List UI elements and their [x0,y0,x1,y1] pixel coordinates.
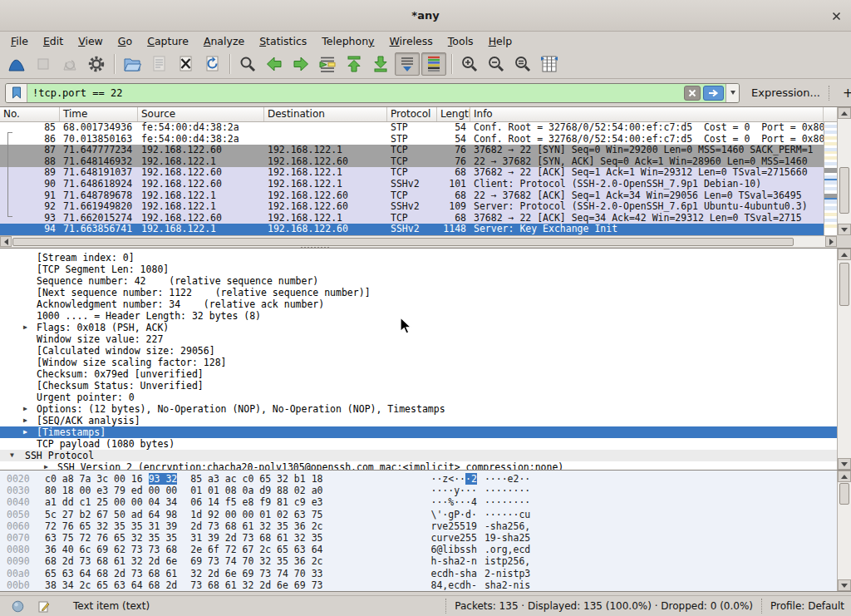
hex-row-0050[interactable]: 00505c 27 b2 67 50 ad 64 981d 92 00 00 0… [0,509,837,520]
intelligent-scrollbar-minimap[interactable] [824,122,837,235]
packet-row-85[interactable]: 8568.001734936fe:54:00:d4:38:2aSTP54Conf… [0,122,824,134]
collapsed-arrow-icon[interactable]: ▶ [23,426,27,438]
hex-row-0030[interactable]: 003080 18 00 e3 79 ed 00 0001 01 08 0a d… [0,485,837,496]
capture-options-button[interactable] [84,52,109,76]
scroll-up-button[interactable] [838,471,851,482]
packet-row-93[interactable]: 9371.662015274192.168.122.60192.168.122.… [0,213,824,224]
details-vscrollbar[interactable] [837,249,851,470]
detail-row[interactable]: ▶Flags: 0x018 (PSH, ACK) [0,322,837,333]
hex-row-00b0[interactable]: 00b038 34 2c 65 63 64 68 2d73 68 61 32 2… [0,579,837,591]
detail-row[interactable]: ▶[SEQ/ACK analysis] [0,415,837,426]
profile-text[interactable]: Profile: Default [770,600,844,612]
go-back-button[interactable] [262,52,287,76]
scroll-left-button[interactable] [0,236,12,247]
menu-capture[interactable]: Capture [140,33,196,49]
packet-row-86[interactable]: 8670.013850163fe:54:00:d4:38:2aSTP54Conf… [0,134,824,145]
packet-list-vscrollbar[interactable] [837,107,851,235]
column-header-time[interactable]: Time [60,107,138,121]
save-file-button[interactable] [146,52,171,76]
column-header-protocol[interactable]: Protocol [387,107,437,121]
filter-history-dropdown[interactable] [726,84,739,102]
collapsed-arrow-icon[interactable]: ▶ [44,461,48,471]
go-to-top-button[interactable] [342,52,366,76]
scroll-down-button[interactable] [838,224,851,235]
display-filter-input[interactable] [27,87,683,99]
menu-view[interactable]: View [71,33,111,49]
close-button[interactable] [829,9,843,22]
menu-go[interactable]: Go [111,33,140,49]
hex-row-0080[interactable]: 008036 40 6c 69 62 73 73 682e 6f 72 67 2… [0,544,837,555]
packet-row-87[interactable]: 8771.647777234192.168.122.60192.168.122.… [0,145,824,156]
scroll-down-button[interactable] [838,579,851,591]
detail-row[interactable]: ▶Options: (12 bytes), No-Operation (NOP)… [0,403,837,415]
hex-row-0040[interactable]: 0040a1 dd c1 25 00 00 04 3406 14 f5 e8 f… [0,496,837,508]
column-header-destination[interactable]: Destination [264,107,387,121]
detail-row[interactable]: ▶SSH Version 2 (encryption:chacha20-poly… [0,461,837,471]
hex-row-0070[interactable]: 007063 75 72 76 65 32 35 3531 39 2d 73 6… [0,532,837,544]
menu-statistics[interactable]: Statistics [252,33,314,49]
hex-row-0090[interactable]: 009068 2d 73 68 61 32 2d 6e69 73 74 70 3… [0,555,837,567]
colorize-button[interactable] [421,52,446,76]
bytes-vscrollbar[interactable] [837,471,851,591]
stop-capture-button[interactable] [31,52,56,76]
add-filter-button[interactable]: + [838,86,851,101]
restart-capture-button[interactable] [57,52,82,76]
collapsed-arrow-icon[interactable]: ▶ [23,403,27,415]
scrollbar-thumb[interactable] [12,238,794,246]
detail-row[interactable]: [Next sequence number: 1122 (relative se… [0,287,837,298]
expanded-arrow-icon[interactable]: ▼ [10,450,14,461]
auto-scroll-button[interactable] [395,52,420,76]
scroll-up-button[interactable] [838,249,851,260]
hex-row-0020[interactable]: 0020c0 a8 7a 3c 00 16 93 3285 a3 ac c0 6… [0,473,837,485]
detail-row[interactable]: ▼SSH Protocol [0,450,837,461]
detail-row[interactable]: [TCP Segment Len: 1080] [0,264,837,275]
scrollbar-thumb[interactable] [839,483,849,505]
filter-apply-button[interactable] [703,86,724,101]
hex-row-00a0[interactable]: 00a065 63 64 68 2d 73 68 6132 2d 6e 69 7… [0,568,837,579]
expression-button[interactable]: Expression... [751,86,820,99]
column-header-info[interactable]: Info [470,107,824,121]
go-to-bottom-button[interactable] [368,52,393,76]
packet-row-88[interactable]: 8871.648146932192.168.122.1192.168.122.6… [0,156,824,168]
detail-row[interactable]: Sequence number: 42 (relative sequence n… [0,275,837,287]
expert-info-icon[interactable] [12,600,24,613]
detail-row[interactable]: Window size value: 227 [0,333,837,345]
column-header-source[interactable]: Source [138,107,264,121]
zoom-in-button[interactable] [457,52,482,76]
packet-list-hscrollbar[interactable] [0,235,837,247]
detail-row[interactable]: [Checksum Status: Unverified] [0,380,837,392]
hex-row-0060[interactable]: 006072 76 65 32 35 35 31 392d 73 68 61 3… [0,520,837,532]
menu-tools[interactable]: Tools [440,33,481,49]
packet-row-90[interactable]: 9071.648618924192.168.122.60192.168.122.… [0,179,824,190]
filter-bookmark-button[interactable] [6,84,27,102]
packet-row-89[interactable]: 8971.648191037192.168.122.60192.168.122.… [0,167,824,179]
scroll-down-button[interactable] [838,458,851,470]
zoom-out-button[interactable] [484,52,509,76]
zoom-100-button[interactable] [510,52,535,76]
collapsed-arrow-icon[interactable]: ▶ [23,415,27,426]
start-capture-button[interactable] [4,52,29,76]
menu-wireless[interactable]: Wireless [382,33,440,49]
menu-edit[interactable]: Edit [36,33,71,49]
packet-row-94[interactable]: 9471.663856741192.168.122.1192.168.122.6… [0,224,824,235]
reload-file-button[interactable] [199,52,224,76]
detail-row[interactable]: [Stream index: 0] [0,252,837,264]
packet-row-91[interactable]: 9171.648789678192.168.122.1192.168.122.6… [0,190,824,202]
menu-telephony[interactable]: Telephony [314,33,381,49]
resize-columns-button[interactable] [537,52,562,76]
detail-row[interactable]: Checksum: 0x79ed [unverified] [0,368,837,380]
packet-row-92[interactable]: 9271.661949820192.168.122.1192.168.122.6… [0,201,824,213]
menu-file[interactable]: File [3,33,36,49]
open-file-button[interactable] [120,52,145,76]
menu-help[interactable]: Help [481,33,520,49]
detail-row[interactable]: TCP payload (1080 bytes) [0,438,837,450]
scroll-up-button[interactable] [838,107,851,119]
collapsed-arrow-icon[interactable]: ▶ [23,322,27,333]
column-header-length[interactable]: Length [437,107,470,121]
scrollbar-thumb[interactable] [839,263,849,306]
detail-row[interactable]: Urgent pointer: 0 [0,392,837,403]
scroll-right-button[interactable] [825,236,837,247]
detail-row[interactable]: ▶[Timestamps] [0,426,837,438]
detail-row[interactable]: [Window size scaling factor: 128] [0,357,837,368]
scrollbar-thumb[interactable] [839,167,849,214]
